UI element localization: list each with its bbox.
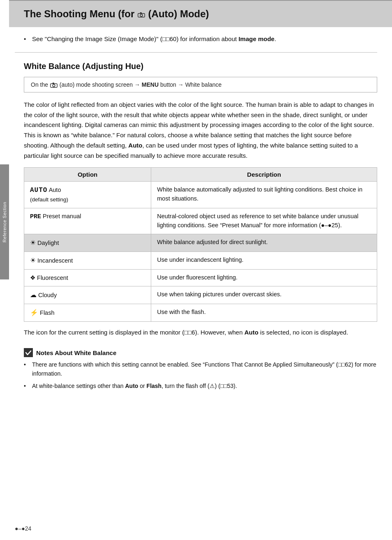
svg-rect-6 (24, 348, 33, 357)
desc-auto: White balance automatically adjusted to … (151, 182, 377, 208)
camera-icon-info (50, 82, 58, 88)
page: Reference Section The Shooting Menu (for… (0, 0, 392, 540)
option-incandescent: ☀ Incandescent (24, 252, 151, 269)
desc-preset: Neutral-colored object used as reference… (151, 208, 377, 234)
notes-bullet-2: At white-balance settings other than Aut… (24, 382, 377, 391)
image-mode-bold: Image mode (238, 35, 274, 42)
table-header-option: Option (24, 168, 151, 182)
desc-flash: Use with the flash. (151, 304, 377, 322)
camera-icon (138, 12, 145, 18)
svg-rect-2 (140, 12, 142, 13)
notes-title: Notes About White Balance (36, 349, 116, 356)
page-header: The Shooting Menu (for (Auto) Mode) (9, 0, 392, 27)
option-preset: PRE Preset manual (24, 208, 151, 234)
desc-daylight: White balance adjusted for direct sunlig… (151, 234, 377, 252)
table-row-daylight: ☀ Daylight White balance adjusted for di… (24, 234, 377, 252)
table-row-incandescent: ☀ Incandescent Use under incandescent li… (24, 252, 377, 269)
desc-incandescent: Use under incandescent lighting. (151, 252, 377, 269)
desc-cloudy: Use when taking pictures under overcast … (151, 286, 377, 304)
section-title: White Balance (Adjusting Hue) (9, 53, 392, 77)
bullet-section: See "Changing the Image Size (Image Mode… (9, 27, 392, 48)
white-balance-table: Option Description AUTO Auto(default set… (24, 167, 377, 322)
table-row: AUTO Auto(default setting) White balance… (24, 182, 377, 208)
table-row-flash: ⚡ Flash Use with the flash. (24, 304, 377, 322)
checkmark-icon (24, 348, 33, 357)
svg-point-4 (53, 84, 55, 87)
table-row-fluorescent: ❖ Fluorescent Use under fluorescent ligh… (24, 269, 377, 286)
table-row-cloudy: ☁ Cloudy Use when taking pictures under … (24, 286, 377, 304)
body-paragraph: The color of light reflected from an obj… (9, 100, 392, 168)
info-box: On the (auto) mode shooting screen → MEN… (24, 77, 377, 92)
bullet-item: See "Changing the Image Size (Image Mode… (24, 35, 377, 44)
notes-bullets: There are functions with which this sett… (24, 360, 377, 390)
post-table-text: The icon for the current setting is disp… (9, 322, 392, 342)
bullet-list: See "Changing the Image Size (Image Mode… (24, 35, 377, 44)
table-header-description: Description (151, 168, 377, 182)
option-auto: AUTO Auto(default setting) (24, 182, 151, 208)
svg-point-1 (140, 14, 143, 16)
notes-section: Notes About White Balance There are func… (24, 348, 377, 390)
table-row: PRE Preset manual Neutral-colored object… (24, 208, 377, 234)
page-title: The Shooting Menu (for (Auto) Mode) (24, 8, 377, 20)
notes-bullet-1: There are functions with which this sett… (24, 360, 377, 378)
option-daylight: ☀ Daylight (24, 234, 151, 252)
option-fluorescent: ❖ Fluorescent (24, 269, 151, 286)
option-cloudy: ☁ Cloudy (24, 286, 151, 304)
notes-header: Notes About White Balance (24, 348, 377, 357)
svg-rect-5 (53, 83, 54, 83)
desc-fluorescent: Use under fluorescent lighting. (151, 269, 377, 286)
page-number: ●–●24 (15, 525, 31, 532)
side-tab-label: Reference Section (2, 202, 7, 242)
side-tab: Reference Section (0, 164, 9, 279)
notes-icon (24, 348, 33, 357)
option-flash: ⚡ Flash (24, 304, 151, 322)
page-footer: ●–●24 (15, 525, 31, 532)
